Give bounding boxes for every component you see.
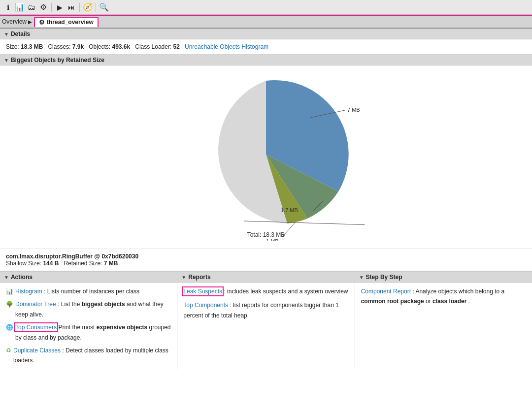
reports-title: Reports	[188, 274, 210, 281]
class-name-text: com.lmax.disruptor.RingBuffer @ 0x7bd620…	[6, 253, 138, 260]
size-label: Size:	[6, 43, 19, 50]
pie-chart: 7 MB 1.7 MB 1 MB 8.6 MB Total: 18.3 MB	[167, 73, 365, 241]
dominator-icon: 🌳	[6, 299, 13, 309]
nav-icon[interactable]: 🧭	[83, 2, 93, 12]
tab-thread-overview[interactable]: ⚙ thread_overview	[34, 17, 99, 27]
reports-arrow-icon: ▼	[181, 275, 186, 280]
chart-content: 7 MB 1.7 MB 1 MB 8.6 MB Total: 18.3 MB	[0, 65, 532, 249]
dominator-bold: biggest objects	[82, 301, 125, 308]
run-icon[interactable]: ▶	[55, 2, 65, 12]
component-report-item: Component Report : Analyze objects which…	[361, 286, 526, 307]
object-info: com.lmax.disruptor.RingBuffer @ 0x7bd620…	[0, 249, 532, 271]
separator-2	[79, 3, 80, 12]
actions-arrow-icon: ▼	[4, 275, 9, 280]
classloader-label: Class Loader:	[135, 43, 171, 50]
leak-suspects-desc: : includes leak suspects and a system ov…	[224, 288, 348, 295]
duplicate-text: Duplicate Classes : Detect classes loade…	[13, 346, 171, 366]
actions-panel: ▼ Actions 📊 Histogram : Lists number of …	[0, 272, 177, 370]
details-section-header: ▼ Details	[0, 29, 532, 39]
label-line-86mb	[244, 221, 365, 226]
step-forward-icon[interactable]: ⏭	[66, 2, 76, 12]
top-consumers-item: 🌐 Top Consumers Print the most expensive…	[6, 322, 171, 343]
component-desc-after: .	[468, 298, 470, 305]
histogram-icon: 📊	[6, 286, 13, 296]
histogram-desc: : Lists number of instances per class	[44, 288, 139, 295]
histogram-link[interactable]: Histogram	[15, 288, 42, 295]
duplicate-link[interactable]: Duplicate Classes	[13, 347, 61, 354]
objects-label: Objects:	[89, 43, 110, 50]
shallow-value: 144 B	[43, 260, 59, 267]
tab-arrow-icon: ▶	[28, 19, 32, 25]
component-desc-middle: or	[426, 298, 432, 305]
actions-content: 📊 Histogram : Lists number of instances …	[0, 283, 177, 370]
info-icon[interactable]: ℹ	[3, 2, 13, 12]
tabbar: Overview ▶ ⚙ thread_overview	[0, 15, 532, 29]
chart-arrow-icon: ▼	[4, 58, 9, 63]
size-value: 18.3 MB	[21, 43, 43, 50]
actions-header: ▼ Actions	[0, 272, 177, 283]
reports-content: Leak Suspects : includes leak suspects a…	[177, 283, 354, 324]
chart-section-header: ▼ Biggest Objects by Retained Size	[0, 55, 532, 65]
step-content: Component Report : Analyze objects which…	[355, 283, 532, 311]
top-components-item: Top Components : list reports for compon…	[183, 300, 348, 320]
tab-icon: ⚙	[39, 19, 45, 26]
duplicate-icon: ♻	[6, 346, 11, 355]
chart-title: Biggest Objects by Retained Size	[11, 57, 104, 63]
overview-label: Overview	[2, 18, 27, 25]
reports-header: ▼ Reports	[177, 272, 354, 283]
shallow-label: Shallow Size:	[6, 260, 41, 267]
tab-label: thread_overview	[47, 19, 94, 26]
toolbar: ℹ 📊 🗂 ⚙ ▶ ⏭ 🧭 🔍	[0, 0, 532, 15]
component-report-link[interactable]: Component Report	[361, 288, 411, 295]
search-icon[interactable]: 🔍	[99, 2, 109, 12]
objects-value: 493.6k	[112, 43, 131, 50]
dominator-item: 🌳 Dominator Tree : List the biggest obje…	[6, 299, 171, 319]
classloader-value: 52	[173, 43, 180, 50]
pie-chart-container: 7 MB 1.7 MB 1 MB 8.6 MB Total: 18.3 MB	[167, 73, 365, 241]
retained-value: 7 MB	[104, 260, 118, 267]
separator-1	[51, 3, 52, 12]
obj-icon[interactable]: ⚙	[38, 2, 48, 12]
component-report-desc-before: : Analyze objects which belong to a	[412, 288, 504, 295]
consumer-icon: 🌐	[6, 322, 13, 332]
bar-chart-icon[interactable]: 📊	[15, 2, 25, 12]
step-header: ▼ Step By Step	[355, 272, 532, 283]
actions-title: Actions	[11, 274, 33, 281]
histogram-item: 📊 Histogram : Lists number of instances …	[6, 286, 171, 296]
label-7mb: 7 MB	[347, 107, 360, 113]
duplicate-item: ♻ Duplicate Classes : Detect classes loa…	[6, 346, 171, 366]
component-bold-2: class loader	[432, 298, 466, 305]
top-components-link[interactable]: Top Components	[183, 302, 228, 309]
top-consumers-link[interactable]: Top Consumers	[15, 324, 57, 331]
step-arrow-icon: ▼	[359, 275, 364, 280]
main-content: ▼ Details Size: 18.3 MB Classes: 7.9k Ob…	[0, 29, 532, 410]
details-content: Size: 18.3 MB Classes: 7.9k Objects: 493…	[0, 39, 532, 55]
dominator-desc-before: : List the	[58, 301, 82, 308]
unreachable-objects-link[interactable]: Unreachable Objects Histogram	[185, 43, 268, 50]
label-17mb: 1.7 MB	[281, 207, 298, 213]
histogram-text: Histogram : Lists number of instances pe…	[15, 286, 139, 296]
object-class-name: com.lmax.disruptor.RingBuffer @ 0x7bd620…	[6, 253, 526, 260]
object-sizes: Shallow Size: 144 B Retained Size: 7 MB	[6, 260, 526, 267]
step-by-step-panel: ▼ Step By Step Component Report : Analyz…	[355, 272, 532, 370]
label-1mb: 1 MB	[266, 238, 279, 241]
dominator-text: Dominator Tree : List the biggest object…	[15, 299, 171, 319]
consumers-bold: expensive objects	[97, 324, 147, 331]
retained-label: Retained Size:	[64, 260, 102, 267]
heap-icon[interactable]: 🗂	[27, 2, 36, 12]
top-consumers-text: Top Consumers Print the most expensive o…	[15, 322, 171, 343]
details-arrow-icon: ▼	[4, 32, 9, 37]
bottom-panels: ▼ Actions 📊 Histogram : Lists number of …	[0, 271, 532, 370]
separator-3	[96, 3, 96, 12]
classes-label: Classes:	[48, 43, 70, 50]
leak-suspects-item: Leak Suspects : includes leak suspects a…	[183, 286, 348, 296]
step-title: Step By Step	[366, 274, 402, 281]
reports-panel: ▼ Reports Leak Suspects : includes leak …	[177, 272, 355, 370]
chart-total-label: Total: 18.3 MB	[247, 231, 285, 238]
consumers-desc-before: Print the most	[58, 324, 96, 331]
tab-overview[interactable]: Overview ▶	[2, 18, 32, 25]
leak-suspects-link[interactable]: Leak Suspects	[183, 288, 222, 295]
classes-value: 7.9k	[72, 43, 84, 50]
dominator-link[interactable]: Dominator Tree	[15, 301, 56, 308]
component-bold-1: common root package	[361, 298, 424, 305]
